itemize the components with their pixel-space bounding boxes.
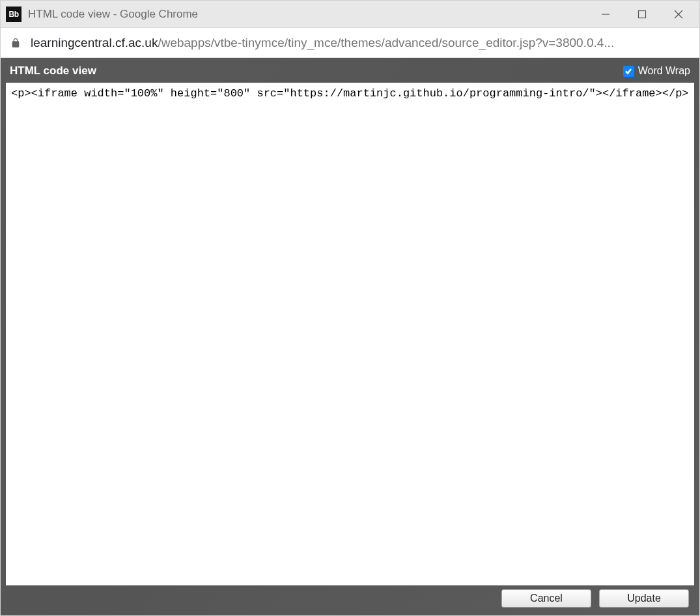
- url-path: /webapps/vtbe-tinymce/tiny_mce/themes/ad…: [158, 36, 614, 49]
- close-button[interactable]: [672, 8, 685, 21]
- dialog-content: HTML code view Word Wrap Cancel Update: [1, 58, 699, 615]
- url-domain: learningcentral.cf.ac.uk: [31, 36, 158, 49]
- lock-icon: [10, 37, 21, 49]
- html-source-editor[interactable]: [6, 83, 694, 585]
- checkbox-checked-icon[interactable]: [623, 66, 634, 77]
- svg-rect-1: [639, 10, 646, 18]
- browser-window: Bb HTML code view - Google Chrome learni…: [0, 0, 700, 616]
- cancel-button[interactable]: Cancel: [501, 589, 591, 608]
- wordwrap-label: Word Wrap: [638, 65, 690, 77]
- window-controls: [599, 8, 694, 21]
- wordwrap-toggle[interactable]: Word Wrap: [623, 65, 690, 77]
- maximize-button[interactable]: [636, 8, 649, 21]
- favicon-bb-icon: Bb: [6, 7, 21, 22]
- dialog-header: HTML code view Word Wrap: [6, 64, 694, 77]
- dialog-title: HTML code view: [10, 64, 96, 77]
- url-text: learningcentral.cf.ac.uk/webapps/vtbe-ti…: [31, 36, 690, 50]
- window-title: HTML code view - Google Chrome: [28, 8, 599, 21]
- dialog-footer: Cancel Update: [6, 585, 694, 610]
- minimize-button[interactable]: [599, 8, 612, 21]
- update-button[interactable]: Update: [599, 589, 689, 608]
- titlebar: Bb HTML code view - Google Chrome: [1, 1, 699, 28]
- address-bar[interactable]: learningcentral.cf.ac.uk/webapps/vtbe-ti…: [1, 28, 699, 58]
